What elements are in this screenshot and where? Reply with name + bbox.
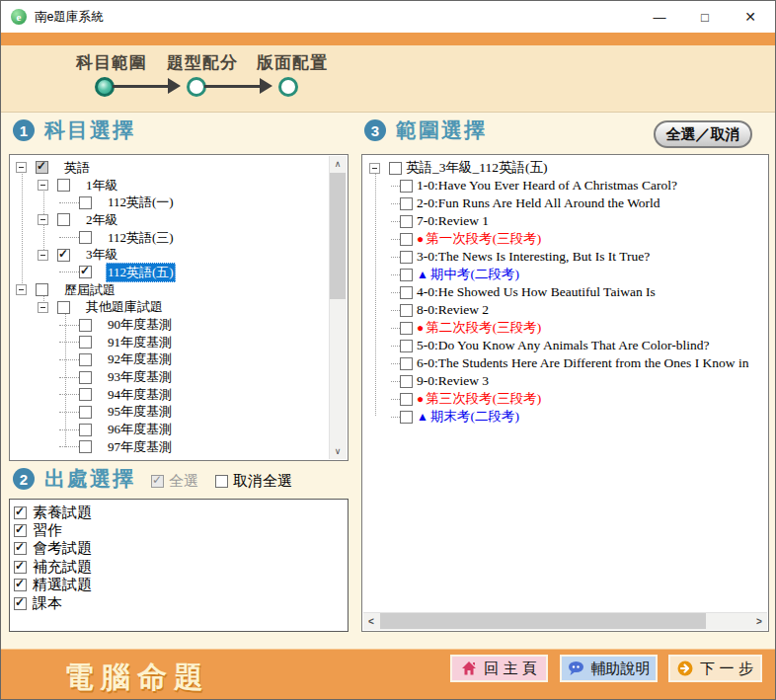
next-button[interactable]: 下 一 步 bbox=[668, 655, 762, 682]
tree-row[interactable]: 其他題庫試題 bbox=[10, 299, 330, 317]
tree-row[interactable]: ●第三次段考(三段考) bbox=[362, 390, 766, 408]
checkbox[interactable] bbox=[400, 411, 413, 424]
scroll-up-icon[interactable]: ∧ bbox=[330, 156, 346, 172]
tree-row[interactable]: ▲期末考(二段考) bbox=[362, 408, 766, 426]
checkbox[interactable] bbox=[400, 233, 413, 246]
tree-row[interactable]: 2年級 bbox=[10, 211, 330, 229]
checkbox[interactable] bbox=[14, 597, 27, 610]
checkbox[interactable] bbox=[36, 161, 48, 174]
checkbox[interactable] bbox=[400, 197, 413, 210]
checkbox[interactable] bbox=[400, 286, 413, 299]
maximize-button[interactable]: □ bbox=[682, 1, 728, 33]
close-button[interactable]: ✕ bbox=[728, 1, 773, 33]
tree-row[interactable]: 97年度基測 bbox=[10, 438, 330, 456]
expand-collapse-toggle[interactable] bbox=[38, 250, 48, 261]
expand-collapse-toggle[interactable] bbox=[38, 302, 48, 313]
tree-row[interactable]: 1年級 bbox=[10, 177, 330, 194]
tree-row[interactable]: 94年度基測 bbox=[10, 386, 330, 404]
tree-row[interactable]: 習作 bbox=[14, 521, 346, 539]
step-circle-2[interactable] bbox=[187, 77, 206, 97]
scroll-down-icon[interactable]: ∨ bbox=[330, 443, 346, 459]
deselect-all-checkbox[interactable] bbox=[215, 475, 228, 488]
tree-row[interactable]: 英語 bbox=[10, 159, 330, 177]
checkbox[interactable] bbox=[57, 213, 70, 226]
checkbox[interactable] bbox=[79, 406, 92, 419]
checkbox[interactable] bbox=[79, 231, 92, 244]
expand-collapse-toggle[interactable] bbox=[38, 214, 48, 225]
tree-row[interactable]: 課本 bbox=[14, 594, 346, 612]
tree-row[interactable]: 112英語(一) bbox=[10, 194, 330, 211]
scrollbar-thumb[interactable] bbox=[380, 613, 706, 629]
toggle-select-all-button[interactable]: 全選／取消 bbox=[654, 120, 752, 148]
expand-collapse-toggle[interactable] bbox=[16, 284, 27, 295]
checkbox[interactable] bbox=[79, 353, 92, 366]
minimize-button[interactable]: — bbox=[637, 1, 682, 33]
checkbox[interactable] bbox=[57, 301, 70, 314]
select-all-checkbox[interactable] bbox=[151, 475, 164, 488]
tree-row[interactable]: 4-0:He Showed Us How Beautiful Taiwan Is bbox=[362, 283, 766, 301]
tree-row[interactable]: 3年級 bbox=[10, 246, 330, 264]
checkbox[interactable] bbox=[400, 269, 413, 281]
help-button[interactable]: 輔助說明 bbox=[560, 655, 658, 682]
checkbox[interactable] bbox=[79, 388, 92, 401]
checkbox[interactable] bbox=[57, 179, 70, 192]
checkbox[interactable] bbox=[14, 506, 27, 519]
tree-row[interactable]: 9-0:Review 3 bbox=[362, 372, 766, 390]
step-circle-1[interactable] bbox=[95, 77, 115, 97]
checkbox[interactable] bbox=[79, 196, 92, 209]
checkbox[interactable] bbox=[400, 251, 413, 264]
tree-row[interactable]: 2-0:Fun Runs Are Held All Around the Wor… bbox=[362, 194, 766, 212]
tree-row[interactable]: 1-0:Have You Ever Heard of A Christmas C… bbox=[362, 177, 766, 194]
tree-row[interactable]: 精選試題 bbox=[14, 577, 346, 594]
scroll-left-icon[interactable]: < bbox=[363, 613, 379, 629]
checkbox[interactable] bbox=[400, 375, 413, 388]
tree-row[interactable]: 91年度基測 bbox=[10, 334, 330, 351]
step-circle-3[interactable] bbox=[278, 77, 298, 97]
tree-row[interactable]: 92年度基測 bbox=[10, 351, 330, 369]
tree-row[interactable]: 90年度基測 bbox=[10, 316, 330, 334]
checkbox[interactable] bbox=[400, 180, 413, 193]
tree-row[interactable]: 6-0:The Students Here Are Different from… bbox=[362, 354, 766, 372]
expand-collapse-toggle[interactable] bbox=[38, 180, 48, 191]
tree-row[interactable]: 7-0:Review 1 bbox=[362, 212, 766, 230]
home-button[interactable]: 回 主 頁 bbox=[450, 655, 548, 682]
checkbox[interactable] bbox=[400, 393, 413, 406]
checkbox[interactable] bbox=[400, 322, 413, 335]
expand-collapse-toggle[interactable] bbox=[16, 162, 27, 173]
expand-collapse-toggle[interactable] bbox=[369, 163, 380, 174]
tree-row[interactable]: 會考試題 bbox=[14, 540, 346, 558]
tree-row[interactable]: 歷屆試題 bbox=[10, 281, 330, 299]
checkbox[interactable] bbox=[14, 542, 27, 555]
tree-row[interactable]: ●第二次段考(三段考) bbox=[362, 319, 766, 337]
tree-row[interactable]: 93年度基測 bbox=[10, 368, 330, 386]
tree-row[interactable]: 英語_3年級_112英語(五) bbox=[362, 159, 766, 177]
tree-row[interactable]: 112英語(三) bbox=[10, 229, 330, 247]
tree-row[interactable]: ●第一次段考(三段考) bbox=[362, 230, 766, 248]
checkbox[interactable] bbox=[400, 340, 413, 352]
checkbox[interactable] bbox=[400, 215, 413, 228]
checkbox[interactable] bbox=[79, 424, 92, 436]
checkbox[interactable] bbox=[14, 524, 27, 537]
checkbox[interactable] bbox=[14, 579, 27, 591]
tree-row[interactable]: 95年度基測 bbox=[10, 404, 330, 422]
deselect-all-control[interactable]: 取消全選 bbox=[215, 472, 292, 491]
checkbox[interactable] bbox=[14, 561, 27, 574]
select-all-control[interactable]: 全選 bbox=[151, 472, 198, 491]
checkbox[interactable] bbox=[79, 371, 92, 384]
scrollbar-thumb[interactable] bbox=[330, 173, 346, 299]
tree-row[interactable]: 3-0:The News Is Interesting, But Is It T… bbox=[362, 248, 766, 266]
checkbox[interactable] bbox=[79, 266, 92, 278]
checkbox[interactable] bbox=[400, 357, 413, 370]
horizontal-scrollbar[interactable]: < > bbox=[363, 612, 767, 630]
vertical-scrollbar[interactable]: ∧ ∨ bbox=[329, 156, 347, 459]
tree-row[interactable]: 112英語(五) bbox=[10, 264, 330, 281]
checkbox[interactable] bbox=[79, 319, 92, 332]
tree-row[interactable]: 補充試題 bbox=[14, 558, 346, 576]
tree-row[interactable]: 素養試題 bbox=[14, 504, 346, 521]
checkbox[interactable] bbox=[389, 162, 402, 175]
checkbox[interactable] bbox=[57, 249, 70, 262]
tree-row[interactable]: ▲期中考(二段考) bbox=[362, 266, 766, 283]
tree-row[interactable]: 96年度基測 bbox=[10, 421, 330, 438]
tree-row[interactable]: 5-0:Do You Know Any Animals That Are Col… bbox=[362, 337, 766, 354]
checkbox[interactable] bbox=[36, 283, 48, 296]
